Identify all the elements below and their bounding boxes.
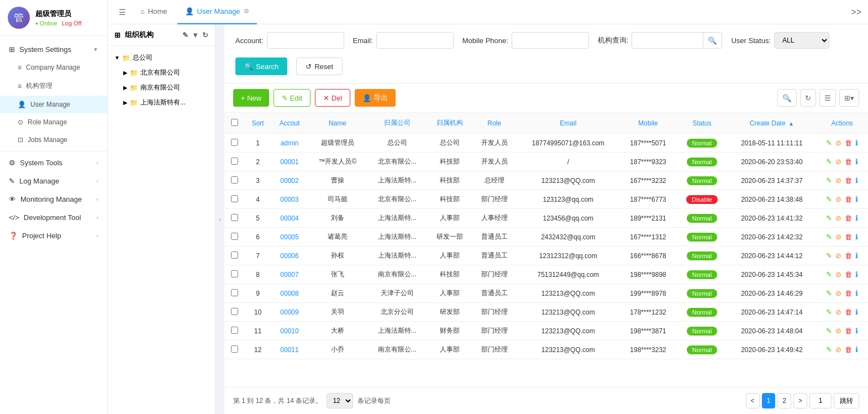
row-info-button[interactable]: ℹ bbox=[855, 308, 858, 316]
account-link[interactable]: 00003 bbox=[280, 196, 298, 203]
search-toolbar-button[interactable]: 🔍 bbox=[777, 89, 797, 107]
row-select-checkbox[interactable] bbox=[231, 176, 238, 184]
list-view-button[interactable]: ☰ bbox=[819, 89, 836, 107]
tab-user-manage[interactable]: 👤 User Manage ⚙ bbox=[177, 0, 257, 24]
sidebar-item-project-help[interactable]: ❓ Project Help ‹ bbox=[0, 227, 107, 245]
row-info-button[interactable]: ℹ bbox=[855, 327, 858, 335]
delete-button[interactable]: ✕ Del bbox=[315, 89, 350, 107]
row-select-checkbox[interactable] bbox=[231, 270, 238, 277]
row-edit-button[interactable]: ✎ bbox=[826, 251, 832, 260]
row-select-checkbox[interactable] bbox=[231, 158, 238, 165]
account-link[interactable]: 00010 bbox=[280, 327, 298, 335]
account-input[interactable] bbox=[267, 32, 344, 49]
prev-page-button[interactable]: < bbox=[746, 393, 760, 408]
row-delete-button[interactable]: 🗑 bbox=[845, 289, 852, 297]
reset-button[interactable]: ↺ Reset bbox=[296, 57, 343, 75]
row-delete-button[interactable]: 🗑 bbox=[845, 158, 852, 166]
account-link[interactable]: 00001 bbox=[280, 158, 298, 166]
row-edit-button[interactable]: ✎ bbox=[826, 289, 832, 297]
sidebar-item-role-manage[interactable]: ⊙ Role Manage bbox=[0, 113, 107, 131]
account-link[interactable]: 00005 bbox=[280, 233, 298, 241]
org-edit-icon[interactable]: ✎ bbox=[182, 31, 188, 39]
row-info-button[interactable]: ℹ bbox=[855, 233, 858, 241]
row-select-checkbox[interactable] bbox=[231, 139, 238, 146]
row-select-checkbox[interactable] bbox=[231, 195, 238, 202]
row-info-button[interactable]: ℹ bbox=[855, 195, 858, 203]
row-edit-button[interactable]: ✎ bbox=[826, 195, 832, 203]
account-link[interactable]: 00004 bbox=[280, 214, 298, 222]
row-select-checkbox[interactable] bbox=[231, 289, 238, 296]
row-select-checkbox[interactable] bbox=[231, 214, 238, 221]
sidebar-item-company-manage[interactable]: ≡ Company Manage bbox=[0, 59, 107, 76]
row-delete-button[interactable]: 🗑 bbox=[845, 195, 852, 203]
row-delete-button[interactable]: 🗑 bbox=[845, 139, 852, 147]
account-link[interactable]: admin bbox=[281, 139, 299, 147]
row-edit-button[interactable]: ✎ bbox=[826, 139, 832, 147]
row-ban-button[interactable]: ⊘ bbox=[835, 158, 841, 166]
row-delete-button[interactable]: 🗑 bbox=[845, 308, 852, 316]
sidebar-toggle-button[interactable]: ☰ bbox=[114, 6, 130, 19]
account-link[interactable]: 00006 bbox=[280, 252, 298, 260]
status-select[interactable]: ALL Normal Disable bbox=[774, 32, 829, 49]
logout-button[interactable]: Log Off bbox=[62, 20, 82, 27]
expand-button[interactable]: >> bbox=[851, 7, 861, 17]
account-link[interactable]: 00002 bbox=[280, 177, 298, 185]
row-ban-button[interactable]: ⊘ bbox=[835, 214, 841, 222]
row-info-button[interactable]: ℹ bbox=[855, 251, 858, 260]
row-select-checkbox[interactable] bbox=[231, 327, 238, 334]
org-input[interactable] bbox=[632, 32, 703, 49]
account-link[interactable]: 00008 bbox=[280, 290, 298, 297]
account-link[interactable]: 00009 bbox=[280, 308, 298, 316]
sidebar-item-org-manage[interactable]: ≡ 机构管理 bbox=[0, 76, 107, 96]
page-1-button[interactable]: 1 bbox=[762, 393, 776, 408]
row-ban-button[interactable]: ⊘ bbox=[835, 327, 841, 335]
row-ban-button[interactable]: ⊘ bbox=[835, 233, 841, 241]
sidebar-item-development-tool[interactable]: </> Development Tool ‹ bbox=[0, 208, 107, 227]
row-delete-button[interactable]: 🗑 bbox=[845, 251, 852, 260]
row-info-button[interactable]: ℹ bbox=[855, 139, 858, 147]
row-delete-button[interactable]: 🗑 bbox=[845, 176, 852, 185]
collapse-panel-button[interactable]: ‹ bbox=[215, 24, 224, 414]
tree-item-nanjing[interactable]: ▶ 📁 南京有限公司 bbox=[121, 80, 211, 95]
row-delete-button[interactable]: 🗑 bbox=[845, 345, 852, 354]
row-edit-button[interactable]: ✎ bbox=[826, 233, 832, 241]
row-edit-button[interactable]: ✎ bbox=[826, 345, 832, 354]
sidebar-item-system-settings[interactable]: ⊞ System Settings ▼ bbox=[0, 40, 107, 59]
sidebar-item-system-tools[interactable]: ⚙ System Tools ‹ bbox=[0, 154, 107, 172]
row-delete-button[interactable]: 🗑 bbox=[845, 214, 852, 222]
sidebar-item-log-manage[interactable]: ✎ Log Manage ‹ bbox=[0, 172, 107, 190]
tree-item-beijing[interactable]: ▶ 📁 北京有限公司 bbox=[121, 65, 211, 80]
org-refresh-icon[interactable]: ↻ bbox=[202, 31, 208, 39]
row-info-button[interactable]: ℹ bbox=[855, 176, 858, 185]
page-jump-input[interactable] bbox=[809, 393, 832, 408]
row-ban-button[interactable]: ⊘ bbox=[835, 289, 841, 297]
row-ban-button[interactable]: ⊘ bbox=[835, 176, 841, 185]
row-edit-button[interactable]: ✎ bbox=[826, 214, 832, 222]
org-down-icon[interactable]: ▼ bbox=[192, 31, 199, 39]
select-all-checkbox[interactable] bbox=[231, 119, 238, 126]
row-select-checkbox[interactable] bbox=[231, 345, 238, 353]
new-button[interactable]: + New bbox=[233, 89, 269, 107]
refresh-toolbar-button[interactable]: ↻ bbox=[800, 89, 816, 107]
account-link[interactable]: 00011 bbox=[280, 346, 298, 354]
email-input[interactable] bbox=[376, 32, 454, 49]
row-ban-button[interactable]: ⊘ bbox=[835, 195, 841, 203]
row-ban-button[interactable]: ⊘ bbox=[835, 345, 841, 354]
row-select-checkbox[interactable] bbox=[231, 233, 238, 240]
sidebar-item-jobs-manage[interactable]: ⊡ Jobs Manage bbox=[0, 131, 107, 149]
row-delete-button[interactable]: 🗑 bbox=[845, 270, 852, 279]
row-ban-button[interactable]: ⊘ bbox=[835, 251, 841, 260]
edit-button[interactable]: ✎ Edit bbox=[273, 89, 311, 107]
search-button[interactable]: 🔍 Search bbox=[235, 57, 287, 75]
row-info-button[interactable]: ℹ bbox=[855, 158, 858, 166]
row-edit-button[interactable]: ✎ bbox=[826, 158, 832, 166]
row-ban-button[interactable]: ⊘ bbox=[835, 270, 841, 279]
grid-view-button[interactable]: ⊞▾ bbox=[839, 89, 859, 107]
page-jump-button[interactable]: 跳转 bbox=[834, 393, 859, 408]
tab-home[interactable]: ⌂ Home bbox=[133, 0, 175, 24]
tree-item-root[interactable]: ▼ 📁 总公司 bbox=[112, 50, 211, 65]
row-edit-button[interactable]: ✎ bbox=[826, 176, 832, 185]
row-info-button[interactable]: ℹ bbox=[855, 214, 858, 222]
next-page-button[interactable]: > bbox=[793, 393, 807, 408]
row-edit-button[interactable]: ✎ bbox=[826, 270, 832, 279]
